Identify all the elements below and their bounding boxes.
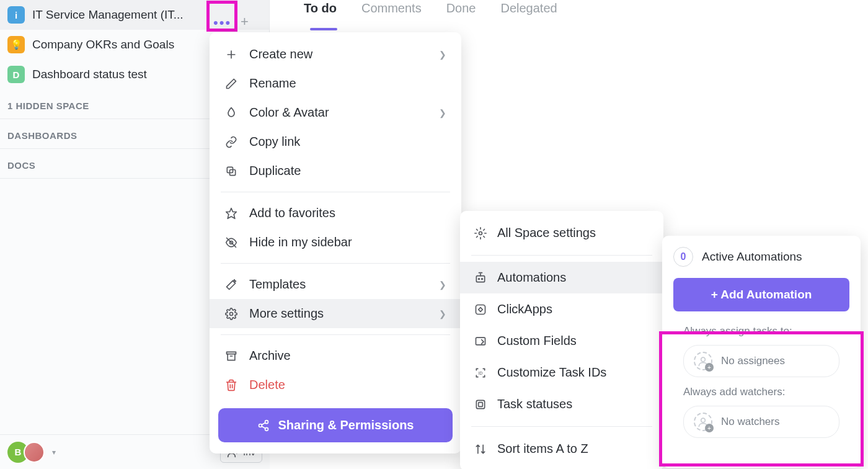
gear-icon <box>474 227 487 239</box>
svg-point-6 <box>230 312 233 315</box>
link-icon <box>224 136 238 148</box>
menu-color-avatar[interactable]: Color & Avatar ❯ <box>210 98 461 127</box>
copy-icon <box>224 165 238 177</box>
svg-rect-12 <box>476 275 484 282</box>
always-assign-label: Always assign tasks to: <box>683 325 839 337</box>
chevron-right-icon: ❯ <box>439 108 446 118</box>
submenu-all-settings[interactable]: All Space settings <box>460 217 663 249</box>
tab-delegated[interactable]: Delegated <box>500 1 557 24</box>
svg-point-11 <box>479 231 482 234</box>
menu-separator <box>471 426 652 427</box>
assignees-pill[interactable]: + No assignees <box>683 345 839 377</box>
assignees-text: No assignees <box>721 355 785 367</box>
tab-comments[interactable]: Comments <box>361 1 422 24</box>
pencil-icon <box>224 78 238 90</box>
edit-icon <box>474 335 487 347</box>
automation-count-badge: 0 <box>673 247 693 267</box>
svg-rect-19 <box>479 402 483 406</box>
tab-underline <box>310 28 337 30</box>
tabs: To do Comments Done Delegated <box>304 1 557 24</box>
more-settings-submenu: All Space settings Automations ClickApps… <box>460 211 663 469</box>
svg-point-14 <box>482 278 483 279</box>
submenu-sort[interactable]: Sort items A to Z <box>460 433 663 465</box>
chevron-right-icon: ❯ <box>439 280 446 290</box>
submenu-automations[interactable]: Automations <box>460 262 663 293</box>
menu-rename[interactable]: Rename <box>210 69 461 98</box>
svg-rect-18 <box>476 400 484 408</box>
submenu-customize-ids[interactable]: ID Customize Task IDs <box>460 357 663 388</box>
more-button-highlight <box>206 1 237 32</box>
svg-marker-4 <box>226 208 237 218</box>
svg-point-20 <box>701 357 706 362</box>
menu-copy-link[interactable]: Copy link <box>210 127 461 156</box>
droplet-icon <box>224 107 238 119</box>
sharing-permissions-button[interactable]: Sharing & Permissions <box>218 408 453 442</box>
menu-separator <box>221 263 450 264</box>
chevron-right-icon: ❯ <box>439 50 446 60</box>
space-icon: i <box>7 6 25 24</box>
svg-rect-15 <box>476 305 485 314</box>
menu-separator <box>221 334 450 335</box>
menu-more-settings[interactable]: More settings ❯ <box>210 299 461 328</box>
robot-icon <box>474 272 487 284</box>
menu-hide-sidebar[interactable]: Hide in my sidebar <box>210 228 461 257</box>
add-automation-button[interactable]: + Add Automation <box>673 278 849 311</box>
svg-point-13 <box>479 278 480 279</box>
menu-add-favorites[interactable]: Add to favorites <box>210 199 461 228</box>
menu-delete[interactable]: Delete <box>210 370 461 400</box>
submenu-clickapps[interactable]: ClickApps <box>460 293 663 325</box>
active-automations-label: Active Automations <box>702 250 802 264</box>
menu-separator <box>471 255 652 256</box>
avatar-photo[interactable] <box>24 442 45 463</box>
submenu-task-statuses[interactable]: Task statuses <box>460 388 663 420</box>
sort-icon <box>474 443 487 455</box>
add-assignee-icon: + <box>694 352 712 370</box>
star-icon <box>224 207 238 220</box>
add-watcher-icon: + <box>694 413 712 431</box>
svg-text:ID: ID <box>479 370 483 375</box>
watchers-pill[interactable]: + No watchers <box>683 406 839 438</box>
trash-icon <box>224 379 238 391</box>
always-watchers-label: Always add watchers: <box>683 386 839 398</box>
plus-icon <box>224 48 238 61</box>
space-icon: D <box>7 66 25 83</box>
eye-off-icon <box>224 236 238 249</box>
gear-icon <box>224 308 238 320</box>
chevron-right-icon: ❯ <box>439 309 446 319</box>
active-automations-row: 0 Active Automations <box>673 247 849 267</box>
apps-icon <box>474 303 487 316</box>
menu-separator <box>221 192 450 192</box>
chevron-down-icon[interactable]: ▾ <box>52 448 56 457</box>
id-icon: ID <box>474 367 487 379</box>
archive-icon <box>224 350 238 362</box>
add-button[interactable]: + <box>241 14 249 30</box>
submenu-custom-fields[interactable]: Custom Fields <box>460 325 663 357</box>
menu-duplicate[interactable]: Duplicate <box>210 156 461 185</box>
menu-templates[interactable]: Templates ❯ <box>210 270 461 299</box>
menu-create-new[interactable]: Create new ❯ <box>210 40 461 69</box>
space-context-menu: Create new ❯ Rename Color & Avatar ❯ Cop… <box>210 32 461 453</box>
tab-done[interactable]: Done <box>446 1 476 24</box>
menu-archive[interactable]: Archive <box>210 341 461 370</box>
tab-todo[interactable]: To do <box>304 1 337 24</box>
space-icon: 💡 <box>7 36 25 53</box>
automations-panel: 0 Active Automations + Add Automation Al… <box>662 236 861 468</box>
watchers-text: No watchers <box>721 416 779 428</box>
svg-point-21 <box>701 418 706 422</box>
status-icon <box>474 398 487 411</box>
wand-icon <box>224 279 238 291</box>
